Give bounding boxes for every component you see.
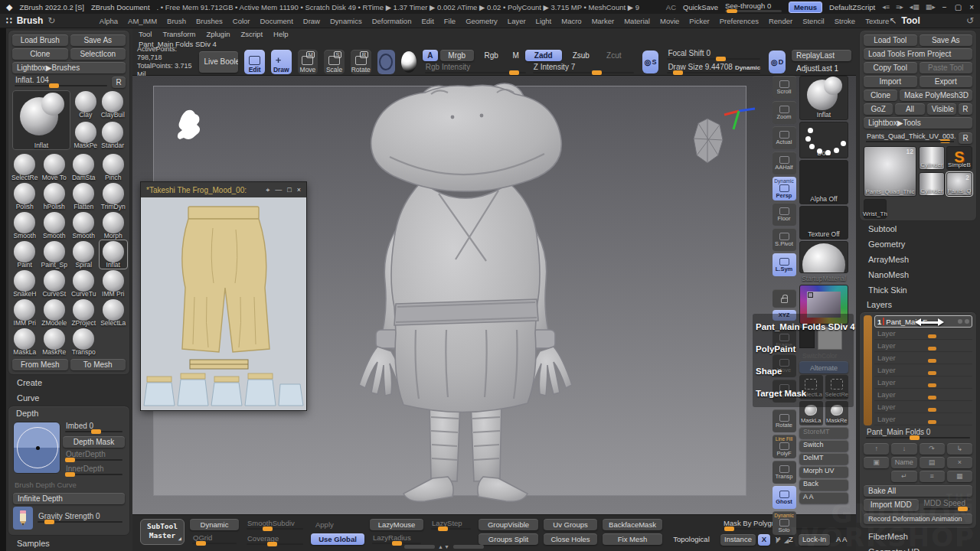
reference-window-titlebar[interactable]: *Takeshi The Frog_Mood_00: ⌖ — □ ×: [141, 182, 306, 197]
focal-shift-icon[interactable]: ◎S: [642, 51, 659, 73]
menu-item[interactable]: Document: [260, 17, 293, 25]
brush-item[interactable]: TrimDyn: [100, 182, 128, 210]
frog-model[interactable]: [324, 77, 615, 503]
smooth-subdiv-handle[interactable]: [263, 527, 273, 531]
subtool-master-button[interactable]: SubTool Master ◢: [140, 519, 185, 545]
tray-toggle-left-icon[interactable]: ◂▦: [910, 3, 920, 11]
mdd-speed-handle[interactable]: [958, 507, 968, 511]
layer-intensity-handle[interactable]: [928, 420, 936, 424]
current-texture-swatch[interactable]: Texture Off: [799, 206, 848, 240]
viewport-canvas[interactable]: *Takeshi The Frog_Mood_00: ⌖ — □ ×: [132, 76, 856, 514]
brush-item[interactable]: DamSta: [70, 153, 98, 181]
close-icon[interactable]: ×: [969, 3, 974, 11]
layer-row[interactable]: Layer: [874, 414, 972, 425]
menu-item[interactable]: Brushes: [196, 17, 223, 25]
menu-item[interactable]: Dynamics: [330, 17, 362, 25]
palette-section[interactable]: FiberMesh: [859, 529, 977, 544]
adjust-last-button[interactable]: AdjustLast 1: [792, 63, 851, 74]
current-brush-swatch[interactable]: Inflat: [799, 76, 848, 120]
menu-item[interactable]: Stencil: [802, 17, 825, 25]
tool-thumbnail[interactable]: Wrist_Th: [864, 199, 887, 219]
select-icon-button[interactable]: SelectIcon: [70, 48, 126, 60]
draw-size-slider[interactable]: Draw Size 9.44708Dynamic: [665, 63, 763, 75]
brush-item[interactable]: Clay: [73, 90, 99, 119]
layer-row[interactable]: Layer: [874, 353, 972, 364]
outer-depth-slider[interactable]: OuterDepth: [63, 450, 125, 462]
divider-left-icon[interactable]: ◂≡: [882, 3, 890, 11]
layer-row[interactable]: Layer: [874, 402, 972, 413]
window-minimize-icon[interactable]: —: [275, 186, 282, 194]
scroll-arrows-icon[interactable]: ▲▼: [438, 544, 450, 549]
bake-all-button[interactable]: Bake All: [864, 485, 972, 497]
goz-button[interactable]: GoZ: [864, 103, 893, 115]
menu-item[interactable]: Color: [233, 17, 250, 25]
qgrid-handle[interactable]: [196, 541, 206, 546]
material-ball-icon[interactable]: [401, 51, 416, 73]
brush-item[interactable]: hPolish: [41, 182, 69, 210]
current-brush-thumbnail[interactable]: Inflat: [12, 90, 70, 150]
menu-item[interactable]: Texture: [865, 17, 889, 25]
menu-item[interactable]: Layer: [508, 17, 526, 25]
shelf-text-button[interactable]: Switch: [799, 440, 848, 452]
brush-item[interactable]: MaskRe: [41, 328, 69, 356]
layer-intensity-handle[interactable]: [928, 347, 936, 350]
see-through-handle[interactable]: [727, 9, 737, 13]
divider-right-icon[interactable]: ≡▸: [896, 3, 903, 11]
menu-item[interactable]: Geometry: [466, 17, 498, 25]
coverage-slider[interactable]: Coverage: [244, 534, 305, 546]
tool-thumbnail[interactable]: SimpleB: [946, 146, 972, 170]
menu-item[interactable]: Tool: [139, 30, 152, 38]
menu-item[interactable]: Transform: [162, 30, 195, 38]
menu-item[interactable]: Render: [769, 17, 792, 25]
brush-r-button[interactable]: R: [112, 77, 126, 88]
brush-item[interactable]: ZModele: [41, 298, 69, 327]
zadd-button[interactable]: Zadd: [525, 50, 562, 61]
imbed-slider[interactable]: Imbed 0: [63, 422, 125, 434]
layer-intensity-slider-handle[interactable]: [910, 435, 920, 440]
menu-item[interactable]: Stroke: [835, 17, 855, 25]
menu-item[interactable]: Preferences: [720, 17, 759, 25]
rotate-mode-button[interactable]: R Rotate: [351, 50, 371, 74]
tool-thumbnail[interactable]: Cylinder: [919, 172, 945, 196]
draw-size-handle[interactable]: [673, 70, 683, 75]
brush-item[interactable]: Polish: [11, 182, 39, 210]
shelf-button[interactable]: Ghost: [773, 486, 796, 509]
shelf-resize-icon[interactable]: ◤◢: [776, 537, 792, 544]
clone-brush-button[interactable]: Clone: [12, 48, 68, 60]
record-deformation-button[interactable]: Record Deformation Animation: [864, 514, 972, 524]
menu-item[interactable]: Help: [273, 30, 289, 38]
active-tool-thumbnail[interactable]: 12 Pants_Quad_Thic: [864, 146, 916, 197]
menu-item[interactable]: Zscript: [241, 30, 263, 38]
brush-item[interactable]: Spiral: [70, 240, 98, 269]
inflat-size-slider[interactable]: Inflat. 104: [12, 76, 109, 88]
merge-down-icon[interactable]: ↵: [891, 471, 916, 482]
depth-mask-button[interactable]: Depth Mask: [63, 436, 125, 448]
brush-item[interactable]: CurveTu: [70, 269, 98, 298]
palette-section[interactable]: NanoMesh: [859, 267, 977, 282]
palette-section[interactable]: Samples: [8, 536, 130, 551]
load-brush-button[interactable]: Load Brush: [12, 34, 68, 46]
shelf-button[interactable]: Dynamic Solo: [773, 511, 796, 535]
inflat-size-handle[interactable]: [49, 83, 59, 88]
rgb-intensity-handle[interactable]: [509, 70, 519, 75]
layer-up-button[interactable]: ↑: [864, 443, 889, 455]
shelf-button[interactable]: Floor: [773, 203, 796, 226]
layer-intensity-slider[interactable]: Pant_Main Folds 0: [864, 428, 972, 440]
smooth-subdiv-slider[interactable]: SmoothSubdiv: [244, 519, 305, 531]
layers-section-title[interactable]: Layers: [859, 298, 977, 311]
current-stroke-swatch[interactable]: Dots: [799, 122, 848, 158]
close-holes-button[interactable]: Close Holes: [544, 533, 597, 545]
outer-depth-handle[interactable]: [65, 458, 75, 462]
brush-item[interactable]: IMM Pri: [100, 269, 128, 298]
menu-item[interactable]: Light: [536, 17, 552, 25]
clone-tool-button[interactable]: Clone: [864, 90, 897, 101]
palette-section[interactable]: Thick Skin: [859, 282, 977, 298]
quicksave-button[interactable]: QuickSave: [683, 3, 718, 11]
palette-section[interactable]: Create: [8, 375, 130, 390]
menu-item[interactable]: AM_IMM: [128, 17, 157, 25]
a-button[interactable]: A: [423, 50, 438, 61]
layer-intensity-handle[interactable]: [928, 408, 936, 412]
menu-item[interactable]: Picker: [689, 17, 709, 25]
instance-button[interactable]: Instance: [720, 534, 756, 546]
shelf-button[interactable]: Zoom: [773, 101, 796, 124]
